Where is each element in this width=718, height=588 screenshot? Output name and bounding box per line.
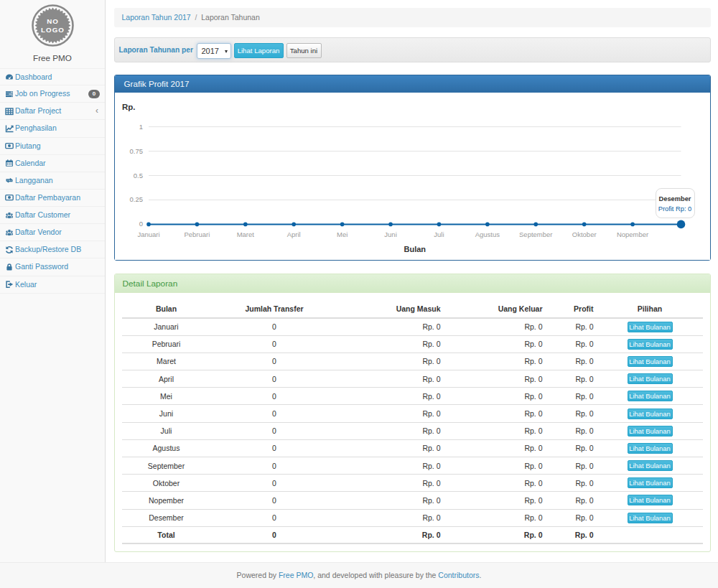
svg-text:1: 1	[139, 123, 142, 131]
svg-text:Rp.: Rp.	[122, 103, 136, 111]
svg-text:0.75: 0.75	[129, 147, 143, 155]
svg-text:Pebruari: Pebruari	[184, 230, 210, 238]
svg-text:Juli: Juli	[434, 230, 444, 238]
svg-text:0.5: 0.5	[133, 172, 142, 179]
svg-text:LOGO: LOGO	[41, 26, 65, 34]
svg-text:Oktober: Oktober	[572, 230, 596, 238]
svg-text:Agustus: Agustus	[475, 230, 500, 238]
svg-text:Bulan: Bulan	[404, 245, 426, 253]
svg-text:Juni: Juni	[384, 230, 396, 238]
svg-text:Mei: Mei	[336, 230, 347, 238]
svg-text:April: April	[286, 230, 300, 238]
svg-text:Januari: Januari	[137, 230, 159, 238]
svg-text:0.25: 0.25	[129, 195, 143, 203]
svg-text:0: 0	[139, 220, 142, 228]
svg-text:NO: NO	[47, 17, 59, 25]
svg-text:Nopember: Nopember	[616, 230, 648, 238]
svg-text:Maret: Maret	[236, 230, 254, 238]
svg-text:September: September	[519, 230, 552, 238]
